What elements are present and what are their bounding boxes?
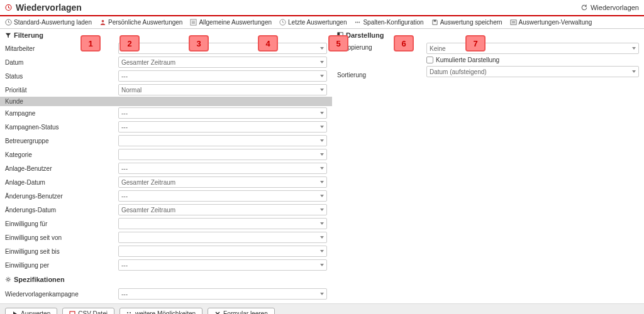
sortierung-select[interactable]: Datum (aufsteigend) <box>426 66 639 77</box>
filter2-select-3[interactable] <box>118 149 327 160</box>
tb-persoenliche[interactable]: Persönliche Auswertungen <box>99 19 182 26</box>
field-label: Mitarbeiter <box>5 45 118 52</box>
chevron-down-icon <box>320 195 324 197</box>
action-bar: Auswerten csv CSV-Datei weitere Möglichk… <box>0 303 644 314</box>
filter2-select-10[interactable] <box>118 246 327 257</box>
list-icon <box>190 19 197 26</box>
refresh-label: Wiedervorlagen <box>591 4 639 11</box>
svg-point-6 <box>357 22 358 23</box>
field-label: Wiedervorlagenkampagne <box>5 291 118 298</box>
chevron-down-icon <box>320 112 324 114</box>
darstellung-header: Darstellung <box>332 29 644 41</box>
filter-row: Änderungs-DatumGesamter Zeitraum <box>0 203 332 217</box>
tb-standard-laden[interactable]: Standard-Auswertung laden <box>5 19 92 26</box>
filter-row: Kampagnen-Status--- <box>0 120 332 134</box>
field-label: Änderungs-Datum <box>5 207 118 214</box>
annotation-badge-1: 1 <box>80 35 101 51</box>
refresh-button[interactable]: Wiedervorlagen <box>580 4 639 11</box>
annotation-badge-4: 4 <box>258 35 278 51</box>
chevron-down-icon <box>320 61 324 63</box>
field-label: Anlage-Datum <box>5 179 118 186</box>
filter-select-1[interactable]: Gesamter Zeitraum <box>118 57 327 68</box>
filter2-select-8[interactable] <box>118 218 327 229</box>
filter-row: Kampagne--- <box>0 106 332 120</box>
filter-row: Kategorie <box>0 148 332 161</box>
spezifikationen-header: Spezifikationen <box>0 272 332 287</box>
svg-rect-9 <box>511 20 516 24</box>
filter2-select-6[interactable]: --- <box>118 190 327 202</box>
tb-allgemeine[interactable]: Allgemeine Auswertungen <box>190 19 272 26</box>
chevron-down-icon <box>632 70 636 73</box>
leeren-button[interactable]: Formular leeren <box>208 308 275 314</box>
field-label: Einwilligung seit von <box>5 234 118 241</box>
clock-icon <box>5 19 12 26</box>
right-column: Darstellung Gruppierung Sortierung Keine… <box>332 29 644 301</box>
chevron-down-icon <box>320 126 324 128</box>
field-label: Betreuergruppe <box>5 138 118 144</box>
chevron-down-icon <box>320 89 324 91</box>
filter-row: Wiedervorlagenkampagne--- <box>0 287 332 301</box>
tb-letzte[interactable]: Letzte Auswertungen <box>279 19 347 26</box>
kumuliert-label: Kumulierte Darstellung <box>436 57 499 63</box>
chevron-down-icon <box>320 264 324 266</box>
svg-point-17 <box>130 312 131 313</box>
chevron-down-icon <box>320 236 324 239</box>
clock-icon <box>279 19 286 26</box>
kumuliert-checkbox[interactable] <box>426 57 433 63</box>
kunde-section: Kunde <box>0 97 332 106</box>
gruppierung-select[interactable]: Keine <box>426 43 639 54</box>
filter-row: Betreuergruppe <box>0 134 332 148</box>
filter-row: Anlage-DatumGesamter Zeitraum <box>0 175 332 189</box>
filter2-select-11[interactable]: --- <box>118 259 327 271</box>
filter2-select-4[interactable]: --- <box>118 163 327 174</box>
csv-button[interactable]: csv CSV-Datei <box>62 308 114 314</box>
filter-row: Änderungs-Benutzer--- <box>0 189 332 203</box>
field-label: Kategorie <box>5 151 118 158</box>
filter2-select-7[interactable]: Gesamter Zeitraum <box>118 204 327 215</box>
annotation-badge-7: 7 <box>465 35 486 51</box>
annotation-badge-5: 5 <box>328 35 348 51</box>
auswerten-button[interactable]: Auswerten <box>5 308 57 314</box>
tb-spalten[interactable]: Spalten-Konfiguration <box>354 19 423 26</box>
main-content: Filterung Mitarbeiter---DatumGesamter Ze… <box>0 29 644 301</box>
clock-icon <box>5 4 12 11</box>
person-icon <box>99 19 106 26</box>
dots-icon <box>354 19 361 26</box>
chevron-down-icon <box>320 167 324 170</box>
filter2-select-9[interactable] <box>118 232 327 243</box>
page-title: Wiedervorlagen <box>16 3 82 13</box>
filter2-select-1[interactable]: --- <box>118 121 327 133</box>
svg-point-5 <box>355 22 357 23</box>
filter-select-3[interactable]: Normal <box>118 84 327 95</box>
filter-row: Einwilligung seit von <box>0 230 332 244</box>
filter-row: Mitarbeiter--- <box>0 41 332 55</box>
svg-point-7 <box>359 22 360 23</box>
spec-select-0[interactable]: --- <box>118 288 327 300</box>
weitere-button[interactable]: weitere Möglichkeiten <box>119 308 203 314</box>
chevron-down-icon <box>320 181 324 183</box>
svg-point-2 <box>102 20 104 23</box>
filter-select-0[interactable]: --- <box>118 43 327 54</box>
annotation-badge-3: 3 <box>189 35 209 51</box>
filter2-select-2[interactable] <box>118 135 327 146</box>
annotation-badge-6: 6 <box>394 35 414 51</box>
field-label: Anlage-Benutzer <box>5 165 118 172</box>
filter2-select-5[interactable]: Gesamter Zeitraum <box>118 176 327 188</box>
field-label: Änderungs-Benutzer <box>5 193 118 200</box>
field-label: Einwilligung seit bis <box>5 248 118 255</box>
field-label: Einwilligung per <box>5 262 118 269</box>
filter2-select-0[interactable]: --- <box>118 107 327 119</box>
filter-row: Einwilligung seit bis <box>0 244 332 258</box>
filter-row: Anlage-Benutzer--- <box>0 161 332 175</box>
filter-row: Status--- <box>0 69 332 83</box>
filter-row: PrioritätNormal <box>0 83 332 97</box>
tb-verwaltung[interactable]: Auswertungen-Verwaltung <box>510 19 592 26</box>
tb-speichern[interactable]: Auswertung speichern <box>431 19 502 26</box>
page-header: Wiedervorlagen Wiedervorlagen <box>0 0 644 16</box>
filter-select-2[interactable]: --- <box>118 70 327 82</box>
chevron-down-icon <box>320 47 324 50</box>
filter-row: DatumGesamter Zeitraum <box>0 55 332 69</box>
chevron-down-icon <box>632 47 636 50</box>
field-label: Priorität <box>5 87 118 94</box>
chevron-down-icon <box>320 75 324 77</box>
